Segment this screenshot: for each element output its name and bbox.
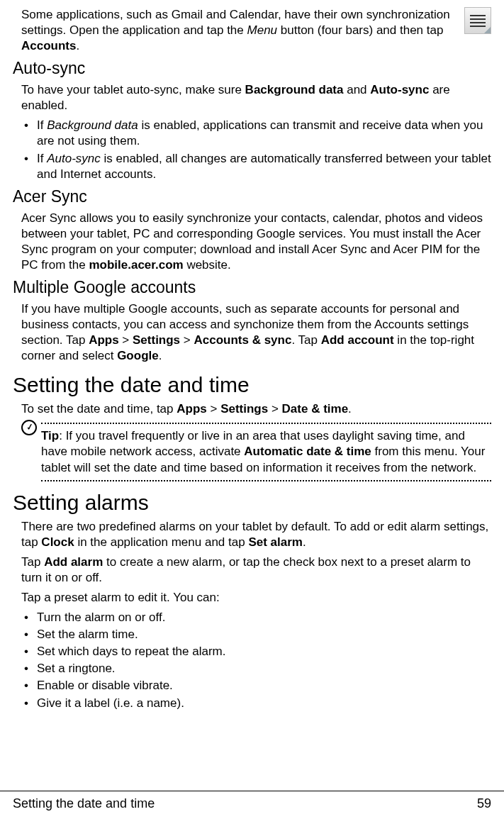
bold-mobileacer: mobile.acer.com <box>89 258 183 272</box>
text: and <box>343 83 370 96</box>
menu-word: Menu <box>247 23 278 37</box>
bold-google: Google <box>117 349 159 362</box>
autosync-paragraph: To have your tablet auto-sync, make sure… <box>13 82 491 113</box>
text: If <box>37 152 47 165</box>
tip-label: Tip <box>41 429 59 442</box>
accounts-word: Accounts <box>21 39 76 52</box>
bold-accountssync: Accounts & sync <box>194 333 291 347</box>
bold-settings: Settings <box>133 333 180 347</box>
text: . <box>159 349 162 362</box>
bold-addalarm: Add alarm <box>44 555 103 569</box>
menu-icon <box>464 7 491 34</box>
bold-autodatetime: Automatic date & time <box>244 445 371 458</box>
tip-block: Tip: If you travel frequently or live in… <box>21 423 491 481</box>
page-footer: Setting the date and time 59 <box>0 791 504 812</box>
datetime-paragraph: To set the date and time, tap Apps > Set… <box>13 401 491 417</box>
bold-addaccount: Add account <box>321 333 394 347</box>
heading-multigoogle: Multiple Google accounts <box>13 277 491 299</box>
text: is enabled, all changes are automaticall… <box>37 152 491 181</box>
list-item: Set which days to repeat the alarm. <box>21 644 491 659</box>
bold-apps2: Apps <box>177 402 207 416</box>
list-item: Set a ringtone. <box>21 661 491 676</box>
text: . Tap <box>291 333 320 347</box>
dotted-divider <box>41 480 491 481</box>
alarms-p1: There are two predefined alarms on your … <box>13 519 491 550</box>
text: To have your tablet auto-sync, make sure <box>21 83 245 96</box>
list-item: Enable or disable vibrate. <box>21 678 491 693</box>
heading-datetime: Setting the date and time <box>13 371 491 399</box>
text: button (four bars) and then tap <box>277 23 443 37</box>
italic-autosync: Auto-sync <box>47 152 101 165</box>
page-number: 59 <box>477 796 491 812</box>
bold-autosync: Auto-sync <box>370 83 429 96</box>
list-item: Give it a label (i.e. a name). <box>21 696 491 711</box>
heading-autosync: Auto-sync <box>13 58 491 79</box>
bold-datetime: Date & time <box>282 402 349 416</box>
footer-title: Setting the date and time <box>13 796 155 812</box>
tip-content: Tip: If you travel frequently or live in… <box>21 424 491 479</box>
text: website. <box>184 258 231 272</box>
text: . <box>76 39 79 52</box>
text: > <box>119 333 133 347</box>
text: > <box>268 402 281 416</box>
multigoogle-paragraph: If you have multiple Google accounts, su… <box>13 301 491 364</box>
text: . <box>303 535 306 549</box>
bold-clock: Clock <box>41 535 74 549</box>
text: > <box>180 333 194 347</box>
text: . <box>348 402 352 416</box>
bold-bgdata: Background data <box>245 83 344 96</box>
list-item: Turn the alarm on or off. <box>21 610 491 625</box>
list-item: Set the alarm time. <box>21 627 491 642</box>
alarms-p3: Tap a preset alarm to edit it. You can: <box>13 590 491 606</box>
text: If <box>37 118 47 132</box>
bold-settings2: Settings <box>220 402 268 416</box>
heading-acersync: Acer Sync <box>13 186 491 208</box>
list-item: If Background data is enabled, applicati… <box>21 118 491 149</box>
italic-bgdata: Background data <box>47 118 138 132</box>
alarms-p2: Tap Add alarm to create a new alarm, or … <box>13 555 491 586</box>
text: > <box>207 402 220 416</box>
alarms-list: Turn the alarm on or off. Set the alarm … <box>13 610 491 711</box>
intro-paragraph: Some applications, such as Gmail and Cal… <box>13 7 454 54</box>
text: To set the date and time, tap <box>21 402 177 416</box>
text: in the application menu and tap <box>74 535 249 549</box>
acersync-paragraph: Acer Sync allows you to easily synchroni… <box>13 211 491 273</box>
list-item: If Auto-sync is enabled, all changes are… <box>21 151 491 182</box>
bold-setalarm: Set alarm <box>248 535 303 549</box>
bold-apps: Apps <box>89 333 119 347</box>
text: Tap <box>21 555 44 569</box>
heading-alarms: Setting alarms <box>13 489 491 516</box>
